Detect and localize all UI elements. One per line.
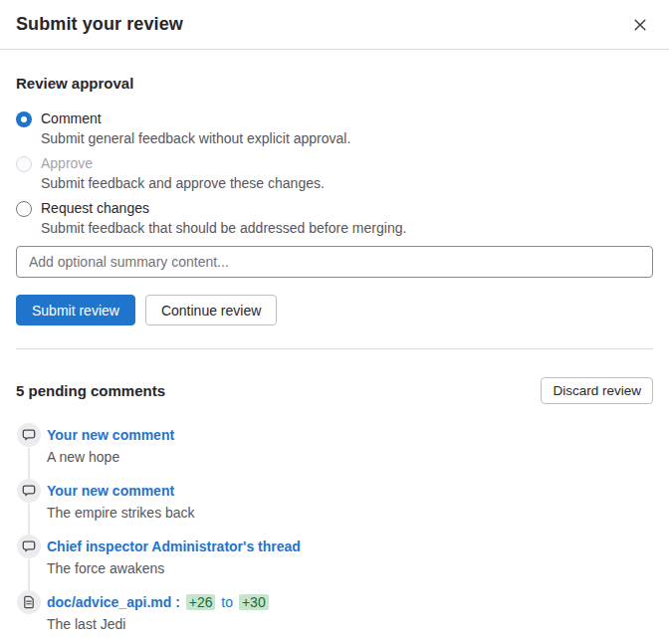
radio-approve <box>16 156 32 172</box>
pending-file-comment-item: doc/advice_api.md : +26 to +30 The last … <box>16 590 653 634</box>
review-actions: Submit review Continue review <box>16 295 653 325</box>
radio-row-approve: Approve Submit feedback and approve thes… <box>16 153 653 193</box>
file-path[interactable]: doc/advice_api.md : <box>47 594 180 610</box>
pending-comments-list: Your new comment A new hope Your new com… <box>16 423 653 634</box>
line-range-end-badge[interactable]: +30 <box>239 594 269 610</box>
pending-comment-item: Chief inspector Administrator's thread T… <box>16 535 653 590</box>
radio-comment-description: Submit general feedback without explicit… <box>41 128 350 148</box>
line-range-connector[interactable]: to <box>221 594 233 610</box>
radio-request-changes-label: Request changes <box>41 198 406 218</box>
comment-icon <box>17 479 41 503</box>
radio-approve-label: Approve <box>41 153 325 173</box>
drawer-header: Submit your review <box>0 0 669 50</box>
radio-request-changes-description: Submit feedback that should be addressed… <box>41 218 406 238</box>
pending-comment-body: Your new comment The empire strikes back <box>47 479 195 535</box>
submit-review-button[interactable]: Submit review <box>16 295 135 325</box>
pending-comment-subtitle: A new hope <box>47 447 174 467</box>
radio-comment[interactable] <box>16 111 32 127</box>
pending-comment-link[interactable]: Chief inspector Administrator's thread <box>47 538 301 554</box>
drawer-title: Submit your review <box>16 14 183 35</box>
radio-request-changes[interactable] <box>16 201 32 217</box>
pending-comment-link[interactable]: Your new comment <box>47 427 174 443</box>
close-icon <box>633 20 647 35</box>
section-divider <box>16 348 653 349</box>
pending-comment-item: Your new comment A new hope <box>16 423 653 479</box>
pending-comment-item: Your new comment The empire strikes back <box>16 479 653 535</box>
line-range-start-badge[interactable]: +26 <box>186 594 216 610</box>
drawer-body: Review approval Comment Submit general f… <box>0 50 669 634</box>
pending-comments-header: 5 pending comments Discard review <box>16 377 653 404</box>
radio-comment-label: Comment <box>41 108 350 128</box>
discard-review-button[interactable]: Discard review <box>541 377 653 404</box>
radio-approve-text: Approve Submit feedback and approve thes… <box>41 153 325 193</box>
comment-icon <box>17 423 41 447</box>
radio-request-changes-text: Request changes Submit feedback that sho… <box>41 198 406 238</box>
review-approval-heading: Review approval <box>16 75 653 92</box>
pending-file-comment-body: doc/advice_api.md : +26 to +30 The last … <box>47 590 271 634</box>
continue-review-button[interactable]: Continue review <box>145 295 277 325</box>
pending-comment-body: Your new comment A new hope <box>47 423 174 479</box>
pending-file-link[interactable]: doc/advice_api.md : +26 to +30 <box>47 594 271 610</box>
comment-icon <box>17 535 41 558</box>
radio-row-request-changes[interactable]: Request changes Submit feedback that sho… <box>16 198 653 238</box>
summary-input[interactable] <box>16 246 653 278</box>
pending-comments-heading: 5 pending comments <box>16 382 165 399</box>
close-button[interactable] <box>629 14 651 36</box>
file-icon <box>17 590 41 614</box>
radio-approve-description: Submit feedback and approve these change… <box>41 173 325 193</box>
submit-review-drawer: Submit your review Review approval Comme… <box>0 0 669 644</box>
pending-comment-body: Chief inspector Administrator's thread T… <box>47 535 301 590</box>
pending-comment-subtitle: The last Jedi <box>47 614 271 634</box>
radio-row-comment[interactable]: Comment Submit general feedback without … <box>16 108 653 148</box>
pending-comment-subtitle: The empire strikes back <box>47 503 195 523</box>
radio-comment-text: Comment Submit general feedback without … <box>41 108 350 148</box>
pending-comment-link[interactable]: Your new comment <box>47 483 174 499</box>
pending-comment-subtitle: The force awakens <box>47 558 301 578</box>
